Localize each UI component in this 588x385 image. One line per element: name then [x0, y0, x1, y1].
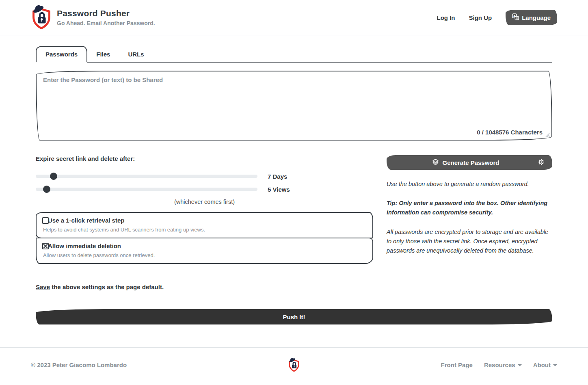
security-tip-text: Tip: Only enter a password into the box.…	[387, 199, 552, 217]
whichever-note: (whichever comes first)	[36, 199, 373, 205]
views-slider[interactable]	[36, 186, 257, 193]
generate-password-button[interactable]: Generate Password	[394, 158, 538, 167]
signup-link[interactable]: Sign Up	[469, 14, 492, 21]
translate-icon: A	[512, 13, 519, 22]
app-logo-icon	[31, 4, 52, 31]
days-slider-value: 7 Days	[268, 173, 287, 180]
chevron-down-icon	[553, 364, 557, 366]
generate-password-panel: Generate Password	[387, 155, 552, 290]
expire-label: Expire secret link and delete after:	[36, 155, 373, 162]
option-list: Use a 1-click retrieval step Helps to av…	[36, 212, 373, 264]
footer-links: Front Page Resources About	[383, 361, 557, 368]
gear-icon	[538, 158, 545, 167]
header: Password Pusher Go Ahead. Email Another …	[0, 0, 588, 35]
footer: © 2023 Peter Giacomo Lombardo Front Page…	[0, 348, 588, 385]
character-counter: 0 / 1048576 Characters	[477, 129, 543, 136]
home-link[interactable]: Password Pusher Go Ahead. Email Another …	[31, 4, 155, 31]
generate-password-label: Generate Password	[442, 159, 499, 166]
save-settings-link[interactable]: Save	[36, 283, 50, 290]
views-slider-thumb[interactable]	[43, 186, 50, 193]
cpu-icon	[432, 158, 439, 167]
option-immediate-deletion[interactable]: Allow immediate deletion Allow users to …	[36, 238, 373, 264]
tab-passwords[interactable]: Passwords	[36, 46, 87, 63]
views-slider-value: 5 Views	[268, 186, 290, 193]
generate-hint-text: Use the button above to generate a rando…	[387, 180, 552, 189]
tab-urls[interactable]: URLs	[119, 47, 153, 62]
option-retrieval-step[interactable]: Use a 1-click retrieval step Helps to av…	[36, 212, 373, 238]
save-settings-line: Save the above settings as the page defa…	[36, 283, 373, 290]
retrieval-step-checkbox[interactable]	[42, 217, 49, 224]
resize-grip[interactable]	[544, 132, 550, 138]
main-content: Passwords Files URLs 0 / 1048576 Charact…	[0, 46, 588, 324]
footer-link-about[interactable]: About	[533, 361, 557, 368]
footer-link-label: Resources	[484, 361, 515, 368]
views-slider-track[interactable]	[36, 188, 257, 191]
page-title: Password Pusher	[57, 9, 155, 18]
login-link[interactable]: Log In	[437, 14, 455, 21]
option-title: Use a 1-click retrieval step	[48, 217, 124, 224]
footer-logo-icon	[205, 357, 384, 372]
option-help: Helps to avoid chat systems and URL scan…	[43, 227, 367, 233]
push-type-tabs: Passwords Files URLs	[36, 46, 552, 63]
payload-box: 0 / 1048576 Characters	[36, 71, 552, 141]
save-settings-text: the above settings as the page default.	[50, 283, 164, 290]
header-nav: Log In Sign Up A Language	[437, 10, 557, 25]
option-help: Allow users to delete passwords once ret…	[43, 252, 367, 258]
generate-password-bar: Generate Password	[387, 155, 552, 170]
chevron-down-icon	[518, 364, 522, 366]
tab-files[interactable]: Files	[87, 47, 119, 62]
footer-link-front-page[interactable]: Front Page	[441, 361, 473, 368]
footer-link-label: Front Page	[441, 361, 473, 368]
footer-link-resources[interactable]: Resources	[484, 361, 522, 368]
immediate-deletion-checkbox[interactable]	[42, 243, 49, 249]
payload-textarea[interactable]	[37, 71, 551, 125]
tagline: Go Ahead. Email Another Password.	[57, 20, 155, 26]
language-button[interactable]: A Language	[506, 10, 557, 25]
option-title: Allow immediate deletion	[48, 242, 121, 249]
expiration-settings: Expire secret link and delete after: 7 D…	[36, 155, 373, 290]
encryption-info-text: All passwords are encrypted prior to sto…	[387, 227, 552, 256]
language-button-label: Language	[522, 14, 551, 21]
push-it-button[interactable]: Push It!	[36, 309, 552, 324]
days-slider-track[interactable]	[36, 175, 257, 178]
generate-settings-button[interactable]	[538, 158, 545, 167]
copyright-text: © 2023 Peter Giacomo Lombardo	[31, 361, 205, 368]
footer-link-label: About	[533, 361, 551, 368]
days-slider-thumb[interactable]	[50, 173, 57, 180]
days-slider[interactable]	[36, 173, 257, 180]
